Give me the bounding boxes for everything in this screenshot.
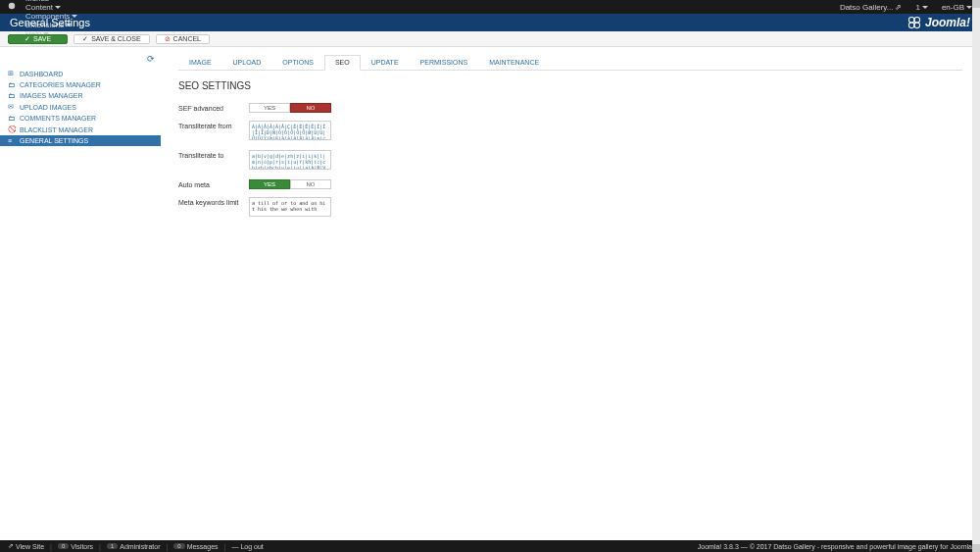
tab-maintenance[interactable]: MAINTENANCE xyxy=(478,55,550,70)
chevron-down-icon xyxy=(55,6,61,9)
menu-content[interactable]: Content xyxy=(22,3,81,12)
textarea-meta-keywords-limit[interactable] xyxy=(249,197,331,217)
toggle-auto-meta[interactable]: YES NO xyxy=(249,179,331,189)
sidebar-icon: ⊞ xyxy=(8,70,16,77)
sidebar-item-upload-images[interactable]: ✉UPLOAD IMAGES xyxy=(0,101,161,113)
scroll-arrow-up[interactable] xyxy=(972,0,980,8)
sidebar-item-label: UPLOAD IMAGES xyxy=(20,104,76,111)
view-site-label: View Site xyxy=(16,543,44,550)
footer-divider: | xyxy=(50,543,52,550)
row-sef-advanced: SEF advanced YES NO xyxy=(178,103,962,113)
save-close-button[interactable]: ✓ SAVE & CLOSE xyxy=(74,34,149,44)
footer-messages[interactable]: 0 Messages xyxy=(173,543,218,550)
row-auto-meta: Auto meta YES NO xyxy=(178,179,962,189)
cancel-button[interactable]: ⊘ CANCEL xyxy=(156,34,210,44)
label-auto-meta: Auto meta xyxy=(178,179,249,188)
footer-admin[interactable]: 1 Administrator xyxy=(107,543,161,550)
save-button[interactable]: ✓ SAVE xyxy=(8,34,68,44)
tab-upload[interactable]: UPLOAD xyxy=(222,55,272,70)
tab-permissions[interactable]: PERMISSIONS xyxy=(410,55,479,70)
sidebar-item-general-settings[interactable]: ≡GENERAL SETTINGS xyxy=(0,135,161,146)
sidebar-icon: 🚫 xyxy=(8,125,16,133)
sidebar-item-images-manager[interactable]: 🗀IMAGES MANAGER xyxy=(0,90,161,101)
sidebar-item-label: CATEGORIES MANAGER xyxy=(20,81,101,88)
content-area: IMAGEUPLOADOPTIONSSEOUPDATEPERMISSIONSMA… xyxy=(161,47,980,540)
admin-count: 1 xyxy=(107,543,118,549)
sidebar-item-categories-manager[interactable]: 🗀CATEGORIES MANAGER xyxy=(0,79,161,90)
joomla-mark-icon xyxy=(907,16,921,29)
external-icon: ⇗ xyxy=(895,3,902,12)
svg-point-1 xyxy=(908,17,914,23)
footer-divider: | xyxy=(99,543,101,550)
refresh-icon: ⟳ xyxy=(147,54,155,64)
footer-bar: ⇗ View Site | 0 Visitors | 1 Administrat… xyxy=(0,540,980,552)
footer-view-site[interactable]: ⇗ View Site xyxy=(8,542,44,550)
footer-divider: | xyxy=(224,543,226,550)
cancel-label: CANCEL xyxy=(173,35,201,42)
sidebar-icon: 🗀 xyxy=(8,92,16,99)
label-translit-to: Transliterate to xyxy=(178,150,249,159)
gallery-label: Datso Gallery... xyxy=(840,3,894,12)
sidebar-item-dashboard[interactable]: ⊞DASHBOARD xyxy=(0,68,161,79)
user-menu[interactable]: 1 xyxy=(911,3,931,12)
joomla-logo-text: Joomla! xyxy=(925,16,970,29)
sidebar-icon: 🗀 xyxy=(8,115,16,122)
label-translit-from: Transliterate from xyxy=(178,121,249,129)
sidebar: ⟳ ⊞DASHBOARD🗀CATEGORIES MANAGER🗀IMAGES M… xyxy=(0,47,161,540)
footer-logout[interactable]: — Log out xyxy=(231,543,263,550)
sidebar-item-label: GENERAL SETTINGS xyxy=(20,137,88,144)
messages-label: Messages xyxy=(187,543,219,550)
tab-options[interactable]: OPTIONS xyxy=(271,55,324,70)
footer-right: Joomla! 3.8.3 — © 2017 Datso Gallery - r… xyxy=(698,543,972,550)
sidebar-icon: ≡ xyxy=(8,137,16,144)
joomla-icon[interactable] xyxy=(4,2,20,12)
scroll-arrow-down[interactable] xyxy=(972,544,980,552)
visitors-label: Visitors xyxy=(71,543,93,550)
gallery-link[interactable]: Datso Gallery... ⇗ xyxy=(836,3,906,12)
check-icon: ✓ xyxy=(82,35,88,43)
textarea-translit-to[interactable] xyxy=(249,150,331,170)
user-count: 1 xyxy=(915,3,919,12)
sidebar-item-comments-manager[interactable]: 🗀COMMENTS MANAGER xyxy=(0,113,161,124)
toggle-no[interactable]: NO xyxy=(290,103,331,113)
lang-menu[interactable]: en-GB xyxy=(938,3,976,12)
page-title: General Settings xyxy=(10,17,90,28)
tab-seo[interactable]: SEO xyxy=(324,55,361,71)
tab-update[interactable]: UPDATE xyxy=(361,55,410,70)
sidebar-item-label: DASHBOARD xyxy=(20,71,63,77)
footer-visitors[interactable]: 0 Visitors xyxy=(58,543,93,550)
row-translit-to: Transliterate to xyxy=(178,150,962,172)
row-translit-from: Transliterate from xyxy=(178,121,962,142)
label-meta-keywords-limit: Meta keywords limit xyxy=(178,197,249,206)
chevron-down-icon xyxy=(922,6,928,9)
logout-label: Log out xyxy=(240,543,263,550)
footer-divider: | xyxy=(166,543,168,550)
toggle-yes[interactable]: YES xyxy=(249,179,290,189)
sidebar-item-blacklist-manager[interactable]: 🚫BLACKLIST MANAGER xyxy=(0,124,161,135)
visitors-count: 0 xyxy=(58,543,69,549)
svg-point-3 xyxy=(908,23,914,28)
tab-image[interactable]: IMAGE xyxy=(178,55,222,70)
sidebar-item-label: BLACKLIST MANAGER xyxy=(20,126,93,133)
svg-point-4 xyxy=(914,23,920,28)
toggle-yes[interactable]: YES xyxy=(249,103,290,113)
save-label: SAVE xyxy=(33,35,51,42)
section-title: SEO SETTINGS xyxy=(178,80,962,91)
sidebar-icon: 🗀 xyxy=(8,81,16,88)
sidebar-item-label: IMAGES MANAGER xyxy=(20,92,83,99)
toggle-no[interactable]: NO xyxy=(290,179,331,189)
check-icon: ✓ xyxy=(24,35,30,43)
sidebar-refresh[interactable]: ⟳ xyxy=(0,53,161,64)
admin-label: Administrator xyxy=(120,543,160,550)
svg-point-0 xyxy=(9,3,15,9)
sidebar-icon: ✉ xyxy=(8,103,16,111)
cancel-icon: ⊘ xyxy=(165,35,171,43)
tabs: IMAGEUPLOADOPTIONSSEOUPDATEPERMISSIONSMA… xyxy=(178,55,962,71)
external-icon: ⇗ xyxy=(8,542,14,550)
header-bar: General Settings Joomla! xyxy=(0,14,980,31)
svg-point-2 xyxy=(914,17,920,23)
vertical-scrollbar[interactable] xyxy=(972,0,980,552)
joomla-logo: Joomla! xyxy=(907,16,970,29)
textarea-translit-from[interactable] xyxy=(249,121,331,140)
toggle-sef-advanced[interactable]: YES NO xyxy=(249,103,331,113)
